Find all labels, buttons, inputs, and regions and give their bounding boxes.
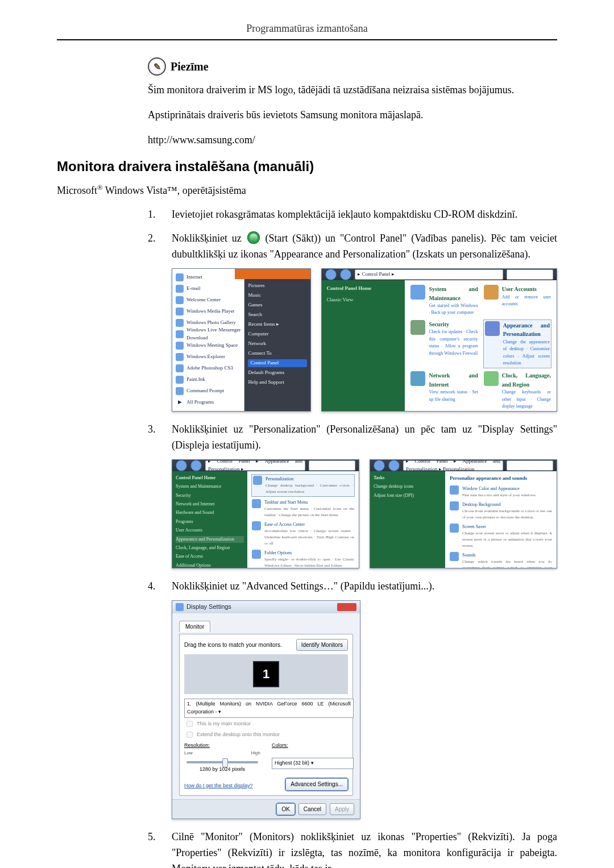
back-button-icon[interactable] [374,460,385,471]
display-settings-dialog: Display Settings Monitor Drag the icons … [172,600,360,820]
back-button-icon[interactable] [176,460,187,471]
search-input[interactable] [309,460,355,471]
start-item[interactable]: Adobe Photoshop CS3 [175,363,242,373]
ok-button[interactable]: OK [276,803,294,816]
appearance-item[interactable]: Ease of Access CenterAccommodate low vis… [252,521,354,547]
start-item[interactable]: Internet [175,272,242,283]
start-item-label: E-mail [186,285,201,293]
drag-instruction: Drag the icons to match your monitors. [184,641,282,650]
start-item[interactable]: E-mail [175,284,242,294]
forward-button-icon[interactable] [190,460,202,471]
sidebar-link[interactable]: Programs [176,518,244,525]
address-bar[interactable]: ▸ Control Panel ▸ Appearance and Persona… [205,460,305,471]
back-button-icon[interactable] [325,269,337,280]
sidebar-link[interactable]: Additional Options [176,562,244,568]
appearance-item[interactable]: Taskbar and Start MenuCustomize the Star… [252,499,354,518]
cp-category[interactable]: Network and InternetView network status … [410,371,478,410]
start-all-programs[interactable]: ▶All Programs [175,397,242,408]
start-right-link[interactable]: Default Programs [248,369,307,377]
cp-category[interactable]: System and MaintenanceGet started with W… [410,285,478,317]
item-title: Screen Saver [462,524,552,530]
sidebar-link[interactable]: Security [176,492,244,499]
start-item[interactable]: Windows Media Player [175,306,242,317]
note-icon: ✎ [148,57,166,76]
step-1: Ievietojiet rokasgrāmatas komplektācijā … [148,207,557,223]
start-orb-icon[interactable] [176,411,187,412]
start-item[interactable]: Paint.Ink [175,375,242,385]
sidebar-link[interactable]: Ease of Access [176,553,244,560]
start-right-control-panel[interactable]: Control Panel [248,359,307,367]
search-input[interactable] [507,460,553,471]
forward-button-icon[interactable] [388,460,400,471]
monitor-tab[interactable]: Monitor [179,621,210,633]
pers-item[interactable]: SoundsChange which sounds are heard when… [450,552,552,568]
tasks-label: Tasks [374,475,442,481]
sidebar-link[interactable]: Network and Internet [176,501,244,508]
appearance-item-personalization[interactable]: PersonalizationChange desktop background… [252,475,354,496]
sidebar-link[interactable]: Change desktop icons [374,483,442,490]
start-right-link[interactable]: Search [248,311,307,319]
pers-item[interactable]: Window Color and AppearanceFine tune the… [450,485,552,499]
sidebar-link[interactable]: System and Maintenance [176,483,244,490]
classic-view-link[interactable]: Classic View [326,296,400,304]
appearance-item[interactable]: Folder OptionsSpecify single- or double-… [252,550,354,568]
start-right-link[interactable]: Connect To [248,350,307,358]
cp-home-link[interactable]: Control Panel Home [176,475,244,481]
start-right-link[interactable]: Documents [248,272,307,280]
window-header: ▸ Control Panel ▸ [322,269,557,280]
sidebar-link[interactable]: Clock, Language, and Region [176,545,244,551]
resolution-slider[interactable] [186,761,258,763]
cp-category-appearance[interactable]: Appearance and PersonalizationChange the… [484,320,551,368]
cp-category[interactable]: User AccountsAdd or remove user accounts [484,285,551,317]
pers-item[interactable]: Desktop BackgroundChoose from available … [450,501,552,521]
cp-category[interactable]: Clock, Language, and RegionChange keyboa… [484,371,551,410]
start-right-link[interactable]: Computer [248,330,307,338]
help-link[interactable]: How do I get the best display? [184,782,253,790]
address-bar[interactable]: ▸ Control Panel ▸ [355,269,503,280]
monitor-1-icon[interactable]: 1 [253,661,279,687]
start-right-link[interactable]: Games [248,301,307,309]
cancel-button[interactable]: Cancel [298,803,326,816]
start-right-link[interactable]: Pictures [248,282,307,290]
address-bar[interactable]: ▸ Control Panel ▸ Appearance and Persona… [403,460,503,471]
start-item[interactable]: Windows Explorer [175,352,242,362]
close-icon[interactable] [337,603,356,611]
forward-button-icon[interactable] [340,269,351,280]
start-right-link[interactable]: Network [248,340,307,348]
note-title-row: ✎ Piezīme [148,57,557,76]
category-icon [410,320,425,335]
monitor-select[interactable]: 1. (Multiple Monitors) on NVIDIA GeForce… [184,699,354,718]
pers-item[interactable]: Screen SaverChange your screen saver or … [450,524,552,549]
extend-desktop-checkbox: Extend the desktop onto this monitor [184,730,348,740]
monitor-preview[interactable]: 1 [184,654,348,694]
sidebar-link-active[interactable]: Appearance and Personalization [176,536,244,543]
cp-home-link[interactable]: Control Panel Home [326,285,400,293]
start-right-link[interactable]: Recent Items ▸ [248,321,307,329]
advanced-settings-button[interactable]: Advanced Settings... [285,778,348,791]
start-item[interactable]: Windows Meeting Space [175,340,242,351]
item-title: Personalization [265,476,353,483]
cp-cat-title: User Accounts [502,285,551,294]
sidebar-link[interactable]: Adjust font size (DPI) [374,492,442,499]
start-item[interactable]: Windows Live Messenger Download [175,329,242,339]
search-input[interactable] [507,269,553,280]
item-desc: Change your screen saver or adjust when … [462,530,552,549]
app-icon [176,364,184,372]
app-icon [176,353,184,361]
start-right-link[interactable]: Help and Support [248,379,307,387]
item-icon [450,552,459,561]
item-icon [450,501,459,510]
sidebar-link[interactable]: User Accounts [176,527,244,534]
start-right-link[interactable]: Music [248,292,307,300]
sidebar-link[interactable]: Hardware and Sound [176,509,244,516]
taskbar [172,411,310,412]
cp-category[interactable]: SecurityCheck for updates · Check this c… [410,320,478,368]
start-item[interactable]: Command Prompt [175,386,242,396]
os-prefix: Microsoft [57,185,97,196]
colors-select[interactable]: Highest (32 bit) ▾ [272,758,354,769]
personalization-sidebar: Tasks Change desktop icons Adjust font s… [370,471,445,568]
item-desc: Change which sounds are heard when you d… [462,559,552,568]
identify-monitors-button[interactable]: Identify Monitors [296,639,348,651]
start-item[interactable]: Welcome Center [175,295,242,305]
item-title: Window Color and Appearance [462,485,536,492]
